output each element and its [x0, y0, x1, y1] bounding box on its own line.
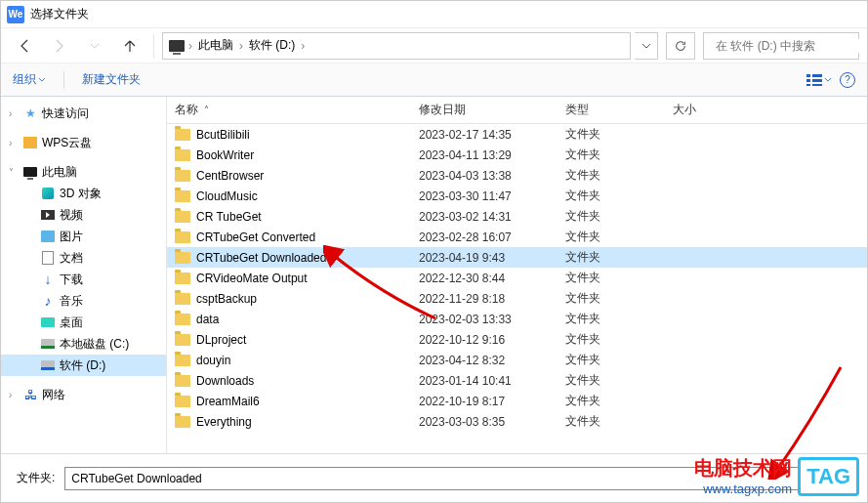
file-date: 2023-02-03 13:33: [419, 313, 565, 326]
file-row[interactable]: CentBrowser2023-04-03 13:38文件夹: [167, 165, 867, 186]
file-row[interactable]: DLproject2022-10-12 9:16文件夹: [167, 329, 867, 350]
folder-label: 文件夹:: [17, 470, 55, 486]
file-type: 文件夹: [565, 249, 673, 266]
sidebar-item[interactable]: 本地磁盘 (C:): [1, 333, 166, 355]
folder-icon: [175, 355, 190, 366]
breadcrumb-item[interactable]: 软件 (D:): [247, 37, 297, 54]
sidebar-item[interactable]: ↓下载: [1, 269, 166, 290]
file-row[interactable]: CRTubeGet Converted2023-02-28 16:07文件夹: [167, 227, 867, 247]
app-icon: We: [7, 6, 24, 23]
sidebar-item[interactable]: ›★快速访问: [1, 103, 166, 124]
file-date: 2023-02-17 14:35: [419, 128, 565, 142]
column-date[interactable]: 修改日期: [419, 102, 565, 118]
file-list[interactable]: BcutBilibili2023-02-17 14:35文件夹BookWrite…: [167, 124, 867, 468]
organize-button[interactable]: 组织: [13, 71, 46, 88]
breadcrumb-item[interactable]: 此电脑: [196, 37, 235, 54]
folder-icon: [175, 129, 190, 141]
breadcrumb-dropdown[interactable]: [635, 32, 658, 60]
sidebar-item-label: 视频: [60, 207, 83, 224]
breadcrumb[interactable]: › 此电脑 › 软件 (D:) ›: [162, 32, 631, 60]
sidebar-item[interactable]: ♪音乐: [1, 290, 166, 312]
file-type: 文件夹: [565, 126, 673, 143]
sidebar-item[interactable]: 3D 对象: [1, 183, 166, 204]
sidebar-item-label: 软件 (D:): [60, 357, 105, 374]
sort-asc-icon: ˄: [204, 105, 209, 115]
disk-icon: [40, 357, 56, 373]
file-type: 文件夹: [565, 188, 673, 204]
folder-icon: [175, 170, 190, 182]
main-area: ›★快速访问›WPS云盘˅此电脑3D 对象视频图片文档↓下载♪音乐桌面本地磁盘 …: [1, 97, 867, 468]
folder-icon: [175, 211, 190, 223]
sidebar-item[interactable]: ›WPS云盘: [1, 132, 166, 153]
file-date: 2023-04-12 8:32: [419, 354, 565, 367]
chevron-right-icon: ›: [188, 39, 192, 53]
file-row[interactable]: CR TubeGet2023-03-02 14:31文件夹: [167, 206, 867, 227]
file-row[interactable]: douyin2023-04-12 8:32文件夹: [167, 350, 867, 370]
up-button[interactable]: [114, 32, 145, 60]
file-type: 文件夹: [565, 229, 673, 245]
sidebar-item[interactable]: 软件 (D:): [1, 355, 166, 376]
file-name: CloudMusic: [196, 189, 258, 203]
expand-icon: ›: [9, 390, 19, 400]
column-type[interactable]: 类型: [565, 102, 673, 118]
search-box[interactable]: [703, 32, 859, 60]
sidebar-item-label: 3D 对象: [60, 186, 102, 202]
column-name[interactable]: 名称˄: [175, 102, 419, 118]
file-row[interactable]: BookWriter2023-04-11 13:29文件夹: [167, 145, 867, 165]
search-input[interactable]: [716, 39, 862, 53]
folder-icon: [175, 334, 190, 346]
sidebar-item[interactable]: 视频: [1, 204, 166, 226]
help-button[interactable]: ?: [840, 72, 855, 88]
file-type: 文件夹: [565, 393, 673, 409]
file-name: data: [196, 313, 219, 326]
chevron-right-icon: ›: [301, 39, 305, 53]
document-icon: [40, 250, 56, 266]
refresh-button[interactable]: [666, 32, 695, 60]
sidebar-item-label: 文档: [60, 250, 83, 267]
file-row[interactable]: DreamMail62022-10-19 8:17文件夹: [167, 391, 867, 411]
sidebar-item[interactable]: 文档: [1, 247, 166, 269]
sidebar-item[interactable]: 桌面: [1, 312, 166, 333]
file-date: 2023-03-03 8:35: [419, 415, 565, 429]
sidebar-item-label: 此电脑: [42, 164, 77, 181]
file-name: DLproject: [196, 333, 246, 347]
file-row[interactable]: CRVideoMate Output2022-12-30 8:44文件夹: [167, 268, 867, 288]
sidebar-item[interactable]: ˅此电脑: [1, 161, 166, 183]
back-button[interactable]: [9, 32, 40, 60]
file-row[interactable]: CloudMusic2023-03-30 11:47文件夹: [167, 186, 867, 206]
file-type: 文件夹: [565, 208, 673, 225]
file-row[interactable]: Downloads2023-01-14 10:41文件夹: [167, 370, 867, 391]
sidebar-item[interactable]: 图片: [1, 226, 166, 247]
file-date: 2023-03-02 14:31: [419, 210, 565, 224]
expand-icon: ›: [9, 138, 19, 148]
file-date: 2023-04-19 9:43: [419, 251, 565, 265]
folder-icon: [175, 293, 190, 305]
file-date: 2023-01-14 10:41: [419, 374, 565, 388]
file-row[interactable]: BcutBilibili2023-02-17 14:35文件夹: [167, 124, 867, 145]
file-pane: 名称˄ 修改日期 类型 大小 BcutBilibili2023-02-17 14…: [167, 97, 867, 468]
3d-icon: [40, 186, 56, 201]
desktop-icon: [40, 314, 56, 330]
forward-button[interactable]: [44, 32, 75, 60]
folder-icon: [175, 416, 190, 428]
folder-icon: [175, 375, 190, 387]
svg-rect-1: [806, 74, 810, 77]
titlebar: We 选择文件夹: [1, 1, 867, 28]
file-name: csptBackup: [196, 292, 257, 306]
sidebar: ›★快速访问›WPS云盘˅此电脑3D 对象视频图片文档↓下载♪音乐桌面本地磁盘 …: [1, 97, 167, 468]
watermark-title: 电脑技术网: [694, 455, 792, 482]
file-row[interactable]: CRTubeGet Downloaded2023-04-19 9:43文件夹: [167, 247, 867, 268]
new-folder-button[interactable]: 新建文件夹: [82, 71, 141, 88]
file-row[interactable]: csptBackup2022-11-29 8:18文件夹: [167, 288, 867, 309]
file-type: 文件夹: [565, 167, 673, 184]
file-row[interactable]: Everything2023-03-03 8:35文件夹: [167, 411, 867, 432]
recent-dropdown[interactable]: [79, 32, 110, 60]
expand-icon: ›: [9, 108, 19, 119]
folder-icon: [175, 190, 190, 202]
file-row[interactable]: data2023-02-03 13:33文件夹: [167, 309, 867, 329]
column-size[interactable]: 大小: [673, 102, 867, 118]
view-button[interactable]: [806, 74, 832, 86]
network-icon: 🖧: [22, 387, 38, 402]
sidebar-item[interactable]: ›🖧网络: [1, 384, 166, 405]
file-type: 文件夹: [565, 413, 673, 430]
